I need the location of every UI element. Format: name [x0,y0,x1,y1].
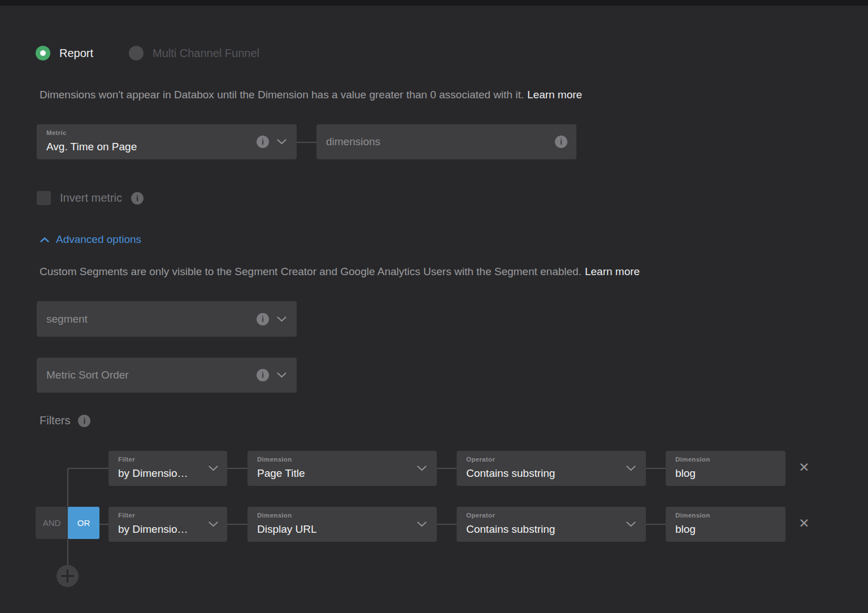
filter-dimension-value: Display URL [257,523,317,536]
filter-value-text: blog [675,523,696,536]
chevron-down-icon [626,463,636,473]
dimensions-select[interactable]: dimensions [316,124,576,159]
invert-metric-label: Invert metric [60,192,122,205]
filter-operator-select-row2[interactable]: Operator Contains substring [457,507,646,542]
dimensions-learn-more-link[interactable]: Learn more [527,89,582,101]
info-icon[interactable] [555,136,567,148]
chevron-down-icon [209,463,218,473]
filter-operator-value: Contains substring [466,467,555,480]
chevron-down-icon [277,314,287,324]
segment-select-placeholder: segment [46,313,88,325]
metric-select[interactable]: Metric Avg. Time on Page [37,124,297,159]
dimensions-notice-text: Dimensions won't appear in Databox until… [40,89,524,101]
chevron-down-icon [277,370,287,380]
connector-line [437,524,457,525]
filter-type-value: by Dimensio… [118,523,188,536]
filter-operator-select-row1[interactable]: Operator Contains substring [457,451,646,486]
connector-line [646,524,666,525]
chevron-down-icon [209,519,218,529]
filters-heading: Filters [40,414,90,427]
connector-line [437,468,457,469]
filter-type-select-row1[interactable]: Filter by Dimensio… [108,451,227,486]
advanced-options-link[interactable]: Advanced options [40,233,141,246]
window-top-edge [0,0,868,6]
filter-type-value: by Dimensio… [118,467,188,480]
chevron-down-icon [417,463,427,473]
filter-value-input-row2[interactable]: Dimension blog [666,507,785,542]
connector-line [99,524,108,525]
logic-or-button[interactable]: OR [68,507,99,539]
filter-value-text: blog [675,467,696,480]
advanced-options-label: Advanced options [56,233,141,246]
filter-dimension-label: Dimension [257,512,292,519]
filter-dimension-value: Page Title [257,467,305,480]
info-icon[interactable] [257,136,269,148]
info-icon[interactable] [78,415,90,427]
metric-sort-order-placeholder: Metric Sort Order [46,369,129,381]
connector-line [646,468,666,469]
metric-select-label: Metric [46,129,67,136]
connector-line [227,468,248,469]
chevron-up-icon [40,234,49,245]
filter-value-input-row1[interactable]: Dimension blog [666,451,785,486]
info-icon[interactable] [257,313,269,325]
metric-select-value: Avg. Time on Page [46,141,137,153]
dimensions-notice: Dimensions won't appear in Databox until… [40,89,582,101]
filter-operator-label: Operator [466,512,495,519]
remove-filter-button-row2[interactable]: ✕ [796,515,813,532]
filters-heading-label: Filters [40,414,70,427]
filter-dimension-select-row2[interactable]: Dimension Display URL [248,507,437,542]
chevron-down-icon [626,519,636,529]
filter-value-label: Dimension [675,456,710,463]
connector-line [227,524,248,525]
radio-selected-icon [36,46,50,60]
filter-dimension-label: Dimension [257,456,292,463]
segment-select[interactable]: segment [37,301,297,337]
radio-report[interactable]: Report [36,46,93,60]
dimensions-select-placeholder: dimensions [326,136,380,148]
filter-branch-row1-line [68,468,108,469]
invert-metric-toggle[interactable]: Invert metric [37,191,144,205]
invert-metric-checkbox[interactable] [37,191,51,205]
filter-type-label: Filter [118,456,135,463]
radio-report-label: Report [59,47,93,60]
metric-sort-order-select[interactable]: Metric Sort Order [37,358,297,393]
filter-dimension-select-row1[interactable]: Dimension Page Title [248,451,437,486]
chevron-down-icon [417,519,427,529]
add-filter-button[interactable] [57,565,79,587]
radio-multi-channel-funnel[interactable]: Multi Channel Funnel [129,46,259,60]
filter-operator-value: Contains substring [466,523,555,536]
info-icon[interactable] [257,369,269,381]
chevron-down-icon [277,137,287,147]
filter-value-label: Dimension [675,512,710,519]
filter-type-select-row2[interactable]: Filter by Dimensio… [108,507,227,542]
radio-unselected-icon [129,46,144,60]
filter-operator-label: Operator [466,456,495,463]
logic-and-button[interactable]: AND [36,507,68,539]
segments-notice: Custom Segments are only visible to the … [40,266,640,278]
filter-type-label: Filter [118,512,135,519]
info-icon[interactable] [131,192,144,205]
connector-metric-dimensions [297,142,316,143]
remove-filter-button-row1[interactable]: ✕ [796,459,813,476]
segments-notice-text: Custom Segments are only visible to the … [40,266,581,277]
segments-learn-more-link[interactable]: Learn more [585,266,640,277]
radio-mcf-label: Multi Channel Funnel [153,47,259,60]
